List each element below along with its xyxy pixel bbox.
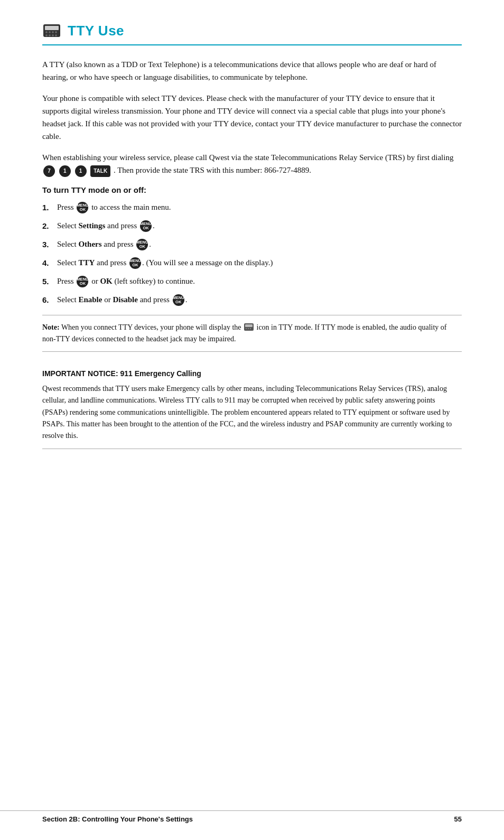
svg-point-13	[248, 328, 249, 329]
step-6: 6. Select Enable or Disable and press ME…	[42, 293, 462, 306]
others-label: Others	[78, 240, 101, 248]
step-number-2: 2.	[42, 219, 57, 232]
page-title: TTY Use	[68, 23, 124, 39]
step-number-3: 3.	[42, 238, 57, 251]
important-title: IMPORTANT NOTICE: 911 Emergency Calling	[42, 368, 462, 379]
svg-point-9	[55, 34, 57, 36]
enable-label: Enable	[78, 295, 102, 304]
menu-ok-badge-5: MENUOK	[77, 276, 88, 287]
disable-label: Disable	[113, 295, 138, 304]
step-number-6: 6.	[42, 293, 57, 306]
svg-point-12	[246, 328, 247, 329]
section-heading: To turn TTY mode on or off:	[42, 185, 462, 194]
page-footer: Section 2B: Controlling Your Phone's Set…	[0, 810, 504, 823]
step-number-1: 1.	[42, 201, 57, 214]
key-7: 7	[43, 165, 55, 177]
paragraph-1: A TTY (also known as a TDD or Text Telep…	[42, 58, 462, 83]
menu-ok-badge-2: MENUOK	[140, 220, 152, 232]
key-1a: 1	[59, 165, 71, 177]
ok-label: OK	[100, 277, 112, 285]
footer-page-number: 55	[454, 815, 462, 823]
tty-label: TTY	[78, 258, 95, 267]
step-4: 4. Select TTY and press MENUOK. (You wil…	[42, 256, 462, 269]
important-box: IMPORTANT NOTICE: 911 Emergency Calling …	[42, 361, 462, 449]
svg-point-2	[45, 31, 48, 33]
key-1b: 1	[75, 165, 87, 177]
tty-device-icon	[42, 21, 61, 40]
key-talk: TALK	[90, 165, 110, 177]
svg-rect-1	[45, 26, 59, 30]
tty-inline-icon	[244, 323, 254, 331]
menu-ok-badge-6: MENUOK	[173, 294, 184, 306]
paragraph-2: Your phone is compatible with select TTY…	[42, 92, 462, 143]
menu-ok-badge-4: MENUOK	[129, 257, 141, 269]
svg-point-4	[52, 31, 54, 33]
steps-list: 1. Press MENUOK to access the main menu.…	[42, 201, 462, 306]
svg-point-5	[55, 31, 57, 33]
menu-ok-badge-1: MENUOK	[77, 202, 88, 213]
svg-point-6	[45, 34, 48, 36]
step-1: 1. Press MENUOK to access the main menu.	[42, 201, 462, 214]
svg-point-7	[49, 34, 51, 36]
settings-label: Settings	[78, 221, 105, 230]
menu-ok-badge-3: MENUOK	[136, 239, 148, 250]
svg-point-3	[49, 31, 51, 33]
paragraph-3: When establishing your wireless service,…	[42, 151, 462, 177]
step-2: 2. Select Settings and press MENUOK.	[42, 219, 462, 232]
step-number-5: 5.	[42, 275, 57, 288]
step-number-4: 4.	[42, 256, 57, 269]
note-label: Note:	[42, 323, 60, 331]
svg-point-8	[52, 34, 54, 36]
svg-rect-11	[245, 324, 253, 327]
svg-point-14	[250, 328, 251, 329]
important-text: Qwest recommends that TTY users make Eme…	[42, 383, 462, 442]
page-header: TTY Use	[42, 21, 462, 45]
note-text: When you connect TTY devices, your phone…	[61, 323, 243, 331]
footer-section-label: Section 2B: Controlling Your Phone's Set…	[42, 815, 193, 823]
note-box: Note: When you connect TTY devices, your…	[42, 315, 462, 352]
step-5: 5. Press MENUOK or OK (left softkey) to …	[42, 275, 462, 288]
step-3: 3. Select Others and press MENUOK.	[42, 238, 462, 251]
